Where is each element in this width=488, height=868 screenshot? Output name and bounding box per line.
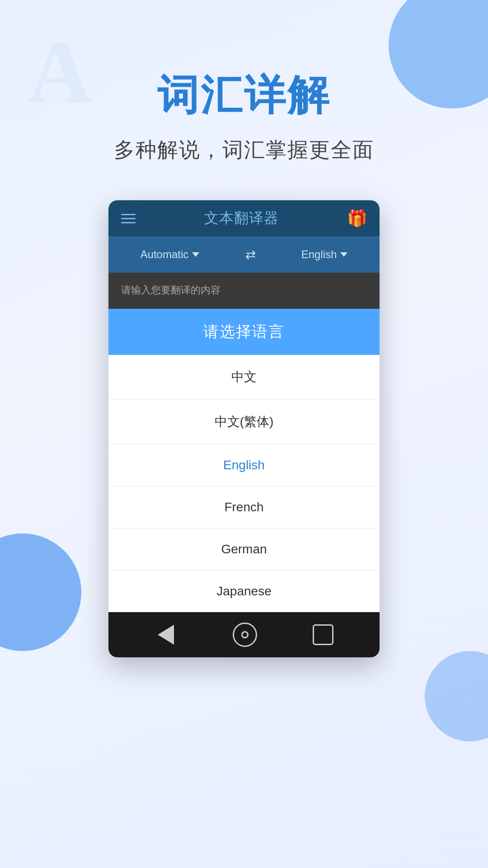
source-lang-label: Automatic bbox=[141, 248, 189, 261]
nav-recents-button[interactable] bbox=[313, 624, 333, 645]
input-placeholder: 请输入您要翻译的内容 bbox=[121, 283, 367, 297]
subtitle: 多种解说，词汇掌握更全面 bbox=[114, 136, 374, 164]
menu-line-2 bbox=[121, 218, 136, 219]
app-navbar: 文本翻译器 🎁 bbox=[108, 200, 380, 236]
menu-line-1 bbox=[121, 214, 136, 215]
lang-option-english[interactable]: English bbox=[108, 444, 380, 486]
app-title: 文本翻译器 bbox=[204, 208, 279, 228]
lang-option-german[interactable]: German bbox=[108, 528, 380, 571]
swap-icon[interactable]: ⇄ bbox=[245, 247, 256, 262]
app-mockup: 文本翻译器 🎁 Automatic ⇄ English 请输入您要翻译的内容 请… bbox=[108, 200, 380, 657]
nav-home-button[interactable] bbox=[233, 623, 257, 647]
language-selection-dialog: 请选择语言 中文 中文(繁体) English French German Ja… bbox=[108, 309, 380, 612]
main-title: 词汇详解 bbox=[114, 72, 374, 118]
source-lang-arrow bbox=[192, 252, 199, 257]
dialog-body: 中文 中文(繁体) English French German Japanese bbox=[108, 355, 380, 612]
target-lang-arrow bbox=[340, 252, 347, 257]
menu-line-3 bbox=[121, 222, 136, 223]
dialog-title: 请选择语言 bbox=[117, 321, 371, 342]
source-lang-btn[interactable]: Automatic bbox=[141, 248, 200, 261]
lang-option-chinese[interactable]: 中文 bbox=[108, 355, 380, 400]
lang-option-chinese-traditional[interactable]: 中文(繁体) bbox=[108, 400, 380, 444]
target-lang-label: English bbox=[301, 248, 337, 261]
app-nav-bar bbox=[108, 612, 380, 657]
title-section: 词汇详解 多种解说，词汇掌握更全面 bbox=[114, 0, 374, 164]
lang-option-japanese[interactable]: Japanese bbox=[108, 571, 380, 612]
lang-selector-bar: Automatic ⇄ English bbox=[108, 236, 380, 273]
back-arrow-icon bbox=[158, 625, 174, 645]
dialog-header: 请选择语言 bbox=[108, 309, 380, 355]
gift-icon[interactable]: 🎁 bbox=[347, 208, 367, 228]
nav-back-button[interactable] bbox=[155, 623, 177, 646]
translation-input-area[interactable]: 请输入您要翻译的内容 bbox=[108, 273, 380, 309]
page-content: 词汇详解 多种解说，词汇掌握更全面 文本翻译器 🎁 Automatic ⇄ En… bbox=[0, 0, 488, 868]
menu-icon[interactable] bbox=[121, 214, 136, 223]
home-circle-icon bbox=[241, 631, 249, 638]
lang-option-french[interactable]: French bbox=[108, 486, 380, 528]
target-lang-btn[interactable]: English bbox=[301, 248, 348, 261]
